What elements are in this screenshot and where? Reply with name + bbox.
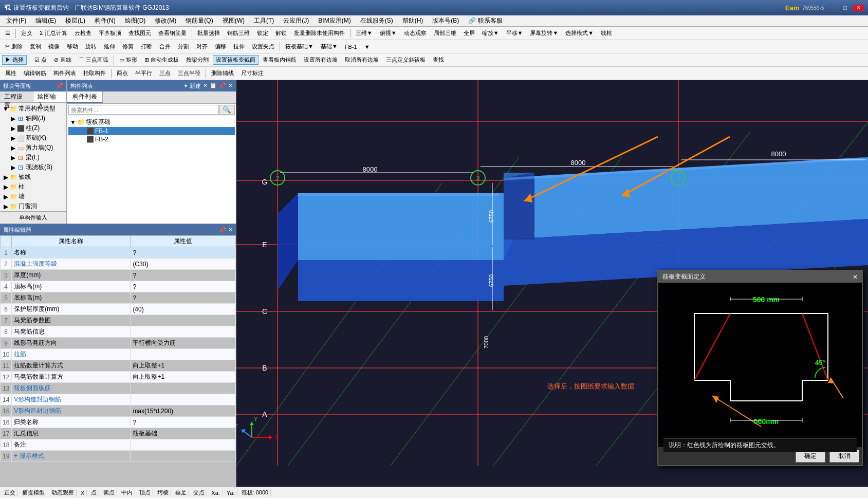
tb-cancel-all-slope[interactable]: 取消所有边坡 (342, 55, 382, 65)
prop-row-18[interactable]: 18 备注 (1, 439, 236, 451)
prop-row-5[interactable]: 5 底标高(m) ? (1, 292, 236, 304)
prop-val-5[interactable]: ? (131, 292, 236, 304)
menu-floor[interactable]: 楼层(L) (61, 15, 89, 26)
tb-find[interactable]: 查找图元 (125, 28, 154, 38)
tree-wall[interactable]: ▶ 📁 墙 (1, 192, 65, 201)
tb-move[interactable]: 移动 (64, 42, 81, 51)
prop-row-2[interactable]: 2 混凝土强度等级 (C30) (1, 259, 236, 270)
prop-row-3[interactable]: 3 厚度(mm) ? (1, 270, 236, 281)
tree-column[interactable]: ▶ ⬛ 柱(Z) (1, 123, 65, 133)
tb-cloud-check[interactable]: 云检查 (71, 28, 95, 38)
tb-find-el[interactable]: 查找 (430, 55, 447, 65)
tb-delete[interactable]: ✂ 删除 (2, 42, 26, 51)
prop-val-9[interactable]: 平行横向受力筋 (131, 338, 236, 349)
comp-search-input[interactable] (68, 105, 219, 115)
tb-align[interactable]: 对齐 (193, 42, 211, 51)
tb-base-level[interactable]: 基础▼ (318, 42, 341, 51)
prop-row-9[interactable]: 9 线形马凳筋方向 平行横向受力筋 (1, 338, 236, 349)
menu-tools[interactable]: 工具(T) (250, 15, 278, 26)
status-edge[interactable]: 圬棱 (155, 489, 171, 496)
tb-extend[interactable]: 延伸 (101, 42, 118, 51)
tree-beam[interactable]: ▶ ⊟ 梁(L) (1, 153, 65, 162)
tb-trim[interactable]: 修剪 (119, 42, 137, 51)
tb-break[interactable]: 打断 (138, 42, 155, 51)
dialog-close-btn[interactable]: ✕ (853, 273, 858, 281)
tb-set-slab-section[interactable]: 设置筱板变截面 (213, 55, 258, 65)
prop-val-17[interactable]: 筱板基础 (131, 428, 236, 439)
tb-stretch[interactable]: 拉伸 (230, 42, 248, 51)
prop-val-14[interactable] (131, 394, 236, 405)
tree-slab[interactable]: ▶ ⊡ 现浇板(B) (1, 162, 65, 172)
status-mid[interactable]: 素点 (101, 489, 117, 496)
viewport[interactable]: G E C B A 2 3 4 8000 8000 8000 (236, 80, 868, 487)
status-perp[interactable]: 垂足 (173, 489, 189, 496)
tb-screen-rotate[interactable]: 屏幕旋转▼ (527, 28, 561, 38)
tree-common-types[interactable]: ▼ 📁 常用构件类型 (1, 104, 65, 114)
tb-rect[interactable]: ▭ 矩形 (116, 55, 140, 65)
menu-version[interactable]: 版本号(B) (428, 15, 463, 26)
tb-3pt-slope-slab[interactable]: 三点定义斜筱板 (383, 55, 429, 65)
menu-contact[interactable]: 🔗 联系客服 (464, 15, 506, 26)
tb-merge[interactable]: 合并 (156, 42, 174, 51)
prop-row-14[interactable]: 14 V形构造封边钢筋 (1, 394, 236, 405)
tb-calc[interactable]: Σ 汇总计算 (36, 28, 70, 38)
tb-mirror[interactable]: 镜像 (45, 42, 63, 51)
prop-row-11[interactable]: 11 拉筋数量计算方式 向上取整+1 (1, 360, 236, 372)
comp-copy-btn[interactable]: 📋 (210, 82, 217, 90)
menu-cloud[interactable]: 云应用(J) (279, 15, 313, 26)
tb-fullscreen[interactable]: 全屏 (460, 28, 478, 38)
status-snap[interactable]: 捕捉模型 (20, 489, 47, 496)
tb-slab-base[interactable]: 筱板基础▼ (282, 42, 317, 51)
tb-set-grip[interactable]: 设置夹点 (249, 42, 278, 51)
prop-row-10[interactable]: 10 拉筋 (1, 349, 236, 360)
status-intersect[interactable]: 交点 (191, 489, 207, 496)
prop-name-13[interactable]: 筱板侧面纵筋 (12, 383, 131, 394)
prop-name-19[interactable]: + 显示样式 (12, 451, 131, 462)
status-inner[interactable]: 中内 (119, 489, 135, 496)
prop-name-10[interactable]: 拉筋 (12, 349, 131, 360)
menu-rebar-qty[interactable]: 钢筋量(Q) (181, 15, 217, 26)
tb-arc[interactable]: ⌒ 三点画弧 (76, 55, 112, 65)
comp-close-btn[interactable]: ✕ (228, 82, 233, 90)
tb-view-slab-rebar[interactable]: 查看板内钢筋 (260, 55, 300, 65)
maximize-button[interactable]: □ (840, 5, 850, 11)
tb-wireframe[interactable]: 线框 (598, 28, 615, 38)
prop-row-8[interactable]: 8 马凳筋信息 (1, 326, 236, 338)
prop-val-10[interactable] (131, 349, 236, 360)
tb-level-top[interactable]: 平齐板顶 (96, 28, 124, 38)
tb-two-points[interactable]: 两点 (114, 68, 131, 78)
comp-del-btn[interactable]: ✕ (203, 82, 208, 90)
comp-pin-btn[interactable]: 📌 (219, 82, 226, 90)
prop-row-19[interactable]: 19 + 显示样式 (1, 451, 236, 462)
tb-line[interactable]: ⊘ 直线 (51, 55, 75, 65)
comp-tab-list[interactable]: 构件列表 (67, 91, 103, 103)
prop-val-15[interactable]: max(15*d,200) (131, 405, 236, 417)
tb-unlock[interactable]: 解锁 (272, 28, 290, 38)
tb-define[interactable]: 定义 (18, 28, 35, 38)
tab-draw-input[interactable]: 绘图输入 (33, 91, 67, 102)
tb-split[interactable]: 分割 (175, 42, 192, 51)
status-orthogonal[interactable]: 正交 (2, 489, 18, 496)
prop-row-12[interactable]: 12 马凳筋数量计算方 向上取整+1 (1, 372, 236, 383)
prop-row-17[interactable]: 17 汇总信息 筱板基础 (1, 428, 236, 439)
tb-pickup[interactable]: 抬取构件 (80, 68, 109, 78)
tb-local-3d[interactable]: 局部三维 (431, 28, 459, 38)
tb-three-radius[interactable]: 三点半径 (175, 68, 204, 78)
prop-row-13[interactable]: 13 筱板侧面纵筋 (1, 383, 236, 394)
tb-comp-list-tb[interactable]: 构件列表 (50, 68, 79, 78)
tree-axle[interactable]: ▶ ⊞ 轴网(J) (1, 114, 65, 123)
prop-val-8[interactable] (131, 326, 236, 338)
tb-edit-rebar[interactable]: 编辑钢筋 (21, 68, 49, 78)
tb-dynamic[interactable]: 动态观察 (401, 28, 430, 38)
close-button[interactable]: ✕ (853, 5, 864, 11)
prop-name-14[interactable]: V形构造封边钢筋 (12, 394, 131, 405)
tb-new[interactable]: ☰ (2, 29, 13, 38)
prop-val-18[interactable] (131, 439, 236, 451)
menu-help[interactable]: 帮助(H) (398, 15, 428, 26)
tb-pan[interactable]: 平移▼ (503, 28, 526, 38)
prop-val-16[interactable]: ? (131, 417, 236, 428)
menu-file[interactable]: 文件(F) (2, 15, 30, 26)
comp-tree-fb2[interactable]: ⬛ FB-2 (68, 135, 235, 143)
menu-draw[interactable]: 绘图(D) (121, 15, 150, 26)
tb-props-btn[interactable]: 属性 (2, 68, 20, 78)
